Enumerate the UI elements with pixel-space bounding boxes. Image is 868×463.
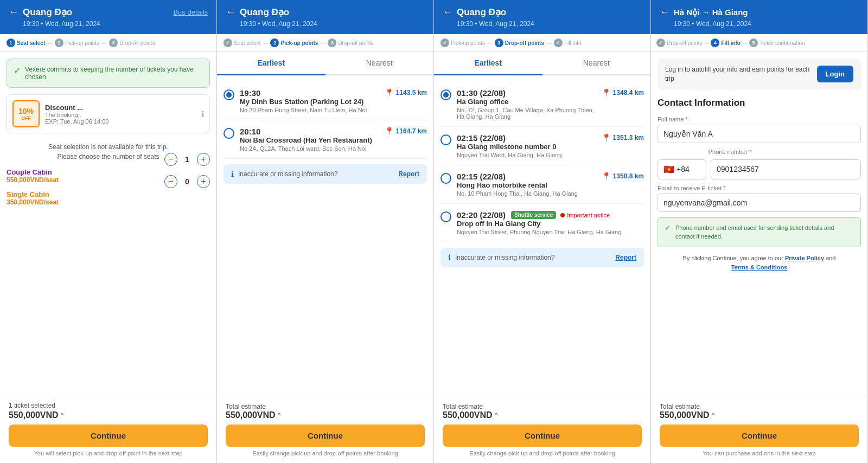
panel1-footer: 1 ticket selected 550,000VND ^ Continue … (0, 395, 216, 463)
stop2-distance[interactable]: 1164.7 km (396, 127, 427, 135)
couple-increment-button[interactable]: + (197, 153, 210, 166)
stop1-distance[interactable]: 1143.5 km (396, 89, 427, 97)
discount-sub: The booking... (45, 112, 196, 118)
p4-step-3: 5 Ticket confirmation (749, 38, 805, 47)
panel2-continue-button[interactable]: Continue (226, 425, 425, 447)
tab-nearest-p3[interactable]: Nearest (542, 52, 651, 75)
stop2-time: 20:10 (240, 127, 379, 136)
p4-step-2: 4 Fill info (711, 38, 741, 47)
dropoff-stop-2[interactable]: 02:15 (22/08) Ha Giang milestone number … (441, 127, 644, 165)
vexere-notice: ✓ Vexere commits to keeping the number o… (7, 59, 210, 88)
panel2-price: 550,000VND (226, 410, 276, 420)
p3-step-1: ✓ Pick-up points (441, 38, 485, 47)
single-decrement-button[interactable]: − (164, 175, 177, 188)
phone-prefix-value: +84 (676, 165, 690, 173)
stop1-name: My Dinh Bus Station (Parking Lot 24) (240, 98, 379, 106)
login-button[interactable]: Login (817, 66, 853, 82)
dropoff2-distance[interactable]: 1351.3 km (613, 134, 644, 142)
p3-step2-num: 3 (495, 38, 503, 47)
pickup-stop-2[interactable]: 20:10 Noi Bai Crossroad (Hai Yen Restaur… (224, 120, 427, 159)
email-input[interactable] (658, 194, 861, 212)
panel1-price: 550,000VND (9, 410, 59, 420)
policy-text-before: By clicking Continue, you agree to our (683, 255, 783, 261)
dropoff-stop-4[interactable]: 02:20 (22/08) Shuttle service Important … (441, 204, 644, 242)
location-icon-d2: 📍 (602, 133, 611, 142)
dropoff-stop-1[interactable]: 01:30 (22/08) Ha Giang office No. 72, Gr… (441, 82, 644, 127)
back-button[interactable]: ← (9, 7, 18, 18)
step-2: 2 Pick-up points (55, 38, 99, 47)
p3-step3-num: ✓ (554, 38, 563, 47)
radio-dropoff2[interactable] (441, 134, 451, 145)
panel3-price-caret[interactable]: ^ (495, 411, 498, 419)
private-policy-link[interactable]: Private Policy (785, 255, 824, 261)
p4-step2-num: 4 (711, 38, 719, 47)
panel2-total-label: Total estimate (226, 403, 425, 410)
bus-details-link[interactable]: Bus details (173, 8, 208, 16)
panel4-footer-hint: You can purchase add-ons in the next ste… (660, 450, 859, 456)
dropoff1-address: No. 72, Group 1, Cau Me Village, Xa Phuo… (457, 107, 596, 120)
panel2-report-box: ℹ Inaccurate or missing information? Rep… (224, 164, 427, 184)
stop1-time: 19:30 (240, 88, 379, 98)
shuttle-badge: Shuttle service (511, 211, 556, 219)
panel3-continue-button[interactable]: Continue (443, 425, 642, 447)
couple-decrement-button[interactable]: − (164, 153, 177, 166)
phone-prefix-selector[interactable]: 🇻🇳 +84 (658, 159, 706, 179)
dropoff-stop-3[interactable]: 02:15 (22/08) Hong Hao motorbike rental … (441, 165, 644, 204)
report-link-2[interactable]: Report (398, 170, 419, 178)
full-name-input[interactable] (658, 125, 861, 143)
dropoff1-distance[interactable]: 1348.4 km (613, 89, 644, 97)
dropoff3-time: 02:15 (22/08) (457, 172, 596, 181)
tab-nearest-p2[interactable]: Nearest (326, 52, 434, 75)
steps-bar-4: ✓ Drop-off points — 4 Fill info — 5 Tick… (651, 34, 867, 52)
radio-stop1[interactable] (224, 89, 234, 100)
p2-step2-label: Pick-up points (280, 40, 318, 46)
report-link-3[interactable]: Report (615, 254, 636, 261)
single-increment-button[interactable]: + (197, 175, 210, 188)
panel1-content: ✓ Vexere commits to keeping the number o… (0, 52, 216, 395)
panel2-subtitle: 19:30 • Wed, Aug 21, 2024 (240, 20, 425, 28)
radio-dropoff3[interactable] (441, 173, 451, 184)
panel3-title: Quang Đạo (457, 7, 642, 18)
dropoff3-dist: 📍 1350.8 km (602, 172, 644, 181)
dropoff4-time: 02:20 (22/08) (457, 210, 506, 220)
p3-step1-label: Pick-up points (451, 40, 485, 46)
dropoff2-time: 02:15 (22/08) (457, 133, 596, 143)
panel3-back-button[interactable]: ← (443, 7, 452, 18)
panel4-footer: Total estimate 550,000VND ^ Continue You… (651, 396, 867, 463)
p3-step-3: ✓ Fill info (554, 38, 582, 47)
location-icon-d1: 📍 (602, 88, 611, 97)
login-autofill-box: Log in to autofill your info and earn po… (658, 59, 861, 90)
panel2-footer-hint: Easily change pick-up and drop-off point… (226, 450, 425, 456)
terms-conditions-link[interactable]: Terms & Conditions (731, 264, 788, 271)
couple-cabin-price: 550,000VND/seat (7, 176, 59, 184)
radio-stop2[interactable] (224, 128, 234, 139)
dropoff3-distance[interactable]: 1350.8 km (613, 172, 644, 180)
tab-earliest-p3[interactable]: Earliest (434, 52, 542, 75)
panel2-tabs: Earliest Nearest (217, 52, 433, 75)
full-name-label: Full name * (658, 116, 861, 123)
radio-dropoff4[interactable] (441, 211, 451, 222)
radio-dropoff1[interactable] (441, 89, 451, 100)
panel4-back-button[interactable]: ← (660, 7, 669, 18)
info-icon[interactable]: ℹ (201, 110, 204, 118)
panel2-title: Quang Đạo (240, 7, 425, 18)
stop1-info: 19:30 My Dinh Bus Station (Parking Lot 2… (240, 88, 379, 113)
important-notice-link[interactable]: Important notice (567, 212, 610, 218)
pickup-stop-1[interactable]: 19:30 My Dinh Bus Station (Parking Lot 2… (224, 82, 427, 120)
panel1-price-caret[interactable]: ^ (61, 411, 64, 419)
panel3-header: ← Quang Đạo 19:30 • Wed, Aug 21, 2024 (434, 0, 650, 34)
panel1-header: ← Quang Đạo Bus details 19:30 • Wed, Aug… (0, 0, 216, 34)
panel2-back-button[interactable]: ← (226, 7, 235, 18)
phone-number-label: Phone number * (709, 149, 861, 155)
couple-cabin-label: Couple Cabin (7, 168, 59, 176)
panel1-continue-button[interactable]: Continue (9, 425, 208, 447)
phone-number-input[interactable] (711, 159, 861, 179)
panel4-price-caret[interactable]: ^ (712, 411, 715, 419)
red-dot-icon (560, 213, 565, 217)
location-icon-d3: 📍 (602, 172, 611, 181)
panel2-price-caret[interactable]: ^ (278, 411, 281, 419)
dropoff1-info: 01:30 (22/08) Ha Giang office No. 72, Gr… (457, 88, 596, 120)
p3-step2-label: Drop-off points (505, 40, 544, 46)
panel4-continue-button[interactable]: Continue (660, 425, 859, 447)
tab-earliest-p2[interactable]: Earliest (217, 52, 326, 75)
